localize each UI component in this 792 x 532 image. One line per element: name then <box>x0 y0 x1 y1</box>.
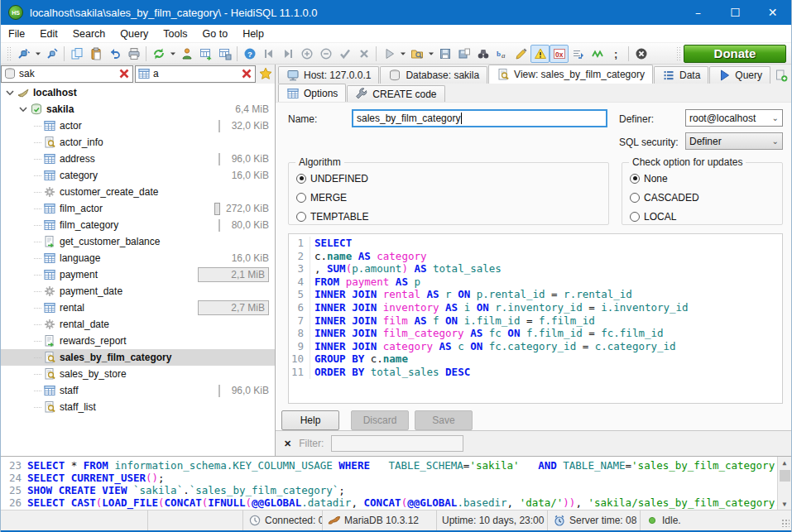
clear-table-filter-icon[interactable] <box>240 67 253 80</box>
help-action-button[interactable]: Help <box>281 410 339 430</box>
close-filter-icon[interactable]: ✕ <box>284 439 291 449</box>
load-sql-caret[interactable] <box>426 45 435 63</box>
paste-button[interactable] <box>86 45 105 63</box>
save-grid-button[interactable] <box>215 45 234 63</box>
check-option-radio-cascaded[interactable]: CASCADED <box>630 189 782 206</box>
menu-edit[interactable]: Edit <box>32 26 65 41</box>
minimize-button[interactable]: – <box>679 0 717 25</box>
expand-chevron-icon[interactable] <box>4 86 16 99</box>
view-name-input[interactable]: sales_by_film_category <box>352 109 607 127</box>
maximize-button[interactable]: ☐ <box>717 0 754 25</box>
tree-item-category[interactable]: category16,0 KiB <box>1 167 275 184</box>
load-sql-file-button[interactable] <box>407 45 426 63</box>
run-query-button[interactable] <box>379 45 398 63</box>
blob-as-hex-toggle[interactable]: 0x <box>550 45 569 63</box>
tab-view-sales-by-film-category[interactable]: View: sales_by_film_category <box>488 65 653 84</box>
refresh-button[interactable] <box>149 45 168 63</box>
tree-item-actor[interactable]: actor32,0 KiB <box>1 117 275 134</box>
cancel-editing-button[interactable] <box>354 45 373 63</box>
algorithm-radio-temptable[interactable]: TEMPTABLE <box>296 208 608 225</box>
tree-item-localhost[interactable]: localhost <box>1 84 275 101</box>
tab-database-sakila[interactable]: Database: sakila <box>380 66 487 84</box>
menu-help[interactable]: Help <box>235 26 271 41</box>
scroll-down-icon[interactable]: ▼ <box>783 498 787 510</box>
delimiter-button[interactable]: ; <box>607 45 626 63</box>
new-connection-button[interactable] <box>42 45 61 63</box>
menu-query[interactable]: Query <box>113 26 156 41</box>
replace-text-button[interactable]: ba <box>492 45 511 63</box>
tree-item-staff_list[interactable]: staff_list <box>1 399 275 415</box>
close-button[interactable]: ✕ <box>754 0 791 25</box>
post-changes-button[interactable] <box>335 45 354 63</box>
last-record-button[interactable] <box>278 45 297 63</box>
discard-button[interactable]: Discard <box>351 410 409 430</box>
stop-on-errors-toggle[interactable] <box>530 45 550 63</box>
run-query-caret[interactable] <box>398 45 407 63</box>
table-filter-input[interactable]: a <box>135 65 256 83</box>
check-option-radio-local[interactable]: LOCAL <box>630 208 782 225</box>
stop-button[interactable] <box>631 45 650 63</box>
tree-item-staff[interactable]: staff96,0 KiB <box>1 382 275 399</box>
check-option-radio-none[interactable]: None <box>630 170 782 187</box>
save-sql-as-button[interactable] <box>454 45 473 63</box>
user-manager-button[interactable] <box>177 45 196 63</box>
subtab-options[interactable]: Options <box>278 84 346 102</box>
tab-data[interactable]: Data <box>654 66 708 84</box>
print-button[interactable] <box>124 45 143 63</box>
refresh-caret[interactable] <box>168 45 177 63</box>
sql-log-panel[interactable]: ▲ ▼ 23SELECT * FROM information_schema.K… <box>1 456 791 510</box>
tree-item-rental[interactable]: rental2,7 MiB <box>1 300 275 316</box>
new-query-tab-button[interactable] <box>775 66 788 84</box>
scroll-up-icon[interactable]: ▲ <box>783 457 787 469</box>
toolbar-grip[interactable] <box>7 46 12 61</box>
export-tables-button[interactable] <box>196 45 215 63</box>
scroll-thumb[interactable] <box>780 470 790 482</box>
tree-item-film_category[interactable]: film_category80,0 KiB <box>1 217 275 233</box>
menu-file[interactable]: File <box>1 26 32 41</box>
tab-host-127-0-0-1[interactable]: Host: 127.0.0.1 <box>278 66 379 84</box>
menu-go-to[interactable]: Go to <box>195 26 236 41</box>
sql-security-dropdown[interactable]: Definer ⌄ <box>685 132 783 150</box>
expand-chevron-icon[interactable] <box>17 103 29 116</box>
undo-button[interactable] <box>105 45 124 63</box>
reformat-sql-button[interactable] <box>588 45 607 63</box>
save-sql-button[interactable] <box>435 45 454 63</box>
insert-row-button[interactable] <box>297 45 316 63</box>
menu-tools[interactable]: Tools <box>156 26 194 41</box>
first-record-button[interactable] <box>259 45 278 63</box>
donate-button[interactable]: Donate <box>684 45 786 63</box>
algorithm-radio-merge[interactable]: MERGE <box>296 189 608 206</box>
tree-item-rewards_report[interactable]: rewards_report <box>1 333 275 349</box>
clear-database-filter-icon[interactable] <box>118 67 131 80</box>
log-scrollbar[interactable]: ▲ ▼ <box>777 457 791 510</box>
algorithm-radio-undefined[interactable]: UNDEFINED <box>296 170 608 187</box>
session-manager-button[interactable] <box>14 45 33 63</box>
delete-row-button[interactable] <box>316 45 335 63</box>
database-filter-input[interactable]: sak <box>1 65 133 83</box>
tree-item-get_customer_balance[interactable]: get_customer_balance <box>1 233 275 250</box>
tree-item-language[interactable]: language16,0 KiB <box>1 250 275 266</box>
help-button[interactable]: ? <box>240 45 259 63</box>
tree-item-customer_create_date[interactable]: customer_create_date <box>1 184 275 200</box>
filter-input[interactable] <box>331 435 463 452</box>
clear-editor-button[interactable] <box>511 45 530 63</box>
tree-item-rental_date[interactable]: rental_date <box>1 316 275 333</box>
subtab-create-code[interactable]: CREATE code <box>347 85 444 102</box>
menu-search[interactable]: Search <box>65 26 113 41</box>
tree-item-payment_date[interactable]: payment_date <box>1 283 275 300</box>
insert-parameters-button[interactable] <box>569 45 588 63</box>
tree-item-film_actor[interactable]: film_actor272,0 KiB <box>1 200 275 217</box>
find-text-button[interactable] <box>473 45 492 63</box>
session-manager-caret[interactable] <box>33 45 42 63</box>
definer-combobox[interactable]: root@localhost ⌄ <box>685 109 783 127</box>
tab-query[interactable]: Query <box>709 66 770 84</box>
tree-item-address[interactable]: address96,0 KiB <box>1 151 275 167</box>
favorites-star-icon[interactable] <box>257 67 274 80</box>
view-sql-editor[interactable]: 1SELECT2c.name AS category3, SUM(p.amoun… <box>288 233 783 404</box>
tree-item-sales_by_store[interactable]: sales_by_store <box>1 366 275 382</box>
tree-item-sakila[interactable]: sakila6,4 MiB <box>1 101 275 117</box>
save-button[interactable]: Save <box>415 410 473 430</box>
tree-item-sales_by_film_category[interactable]: sales_by_film_category <box>1 349 275 366</box>
tree-item-actor_info[interactable]: actor_info <box>1 134 275 151</box>
copy-button[interactable] <box>67 45 86 63</box>
